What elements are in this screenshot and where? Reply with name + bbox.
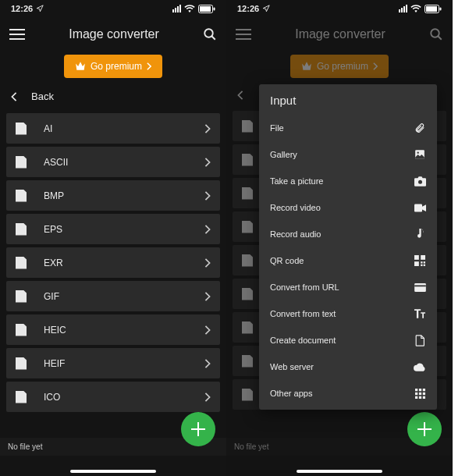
svg-rect-6 (426, 6, 437, 12)
svg-point-8 (431, 29, 439, 37)
camera-icon (414, 175, 426, 187)
search-button[interactable] (203, 27, 217, 41)
go-premium-button[interactable]: Go premium (290, 55, 389, 78)
document-icon (16, 156, 27, 169)
svg-point-11 (417, 152, 419, 154)
format-item-heif[interactable]: HEIF (6, 348, 220, 378)
input-file[interactable]: File (259, 115, 437, 141)
signal-icon (172, 5, 181, 12)
svg-rect-13 (414, 204, 422, 211)
format-item-bmp[interactable]: BMP (6, 180, 220, 211)
document-icon (242, 254, 253, 267)
document-icon (242, 288, 253, 300)
status-bar: 12:26 (226, 0, 453, 17)
premium-label: Go premium (317, 61, 368, 72)
document-icon (242, 154, 253, 166)
home-indicator (70, 470, 156, 473)
chevron-right-icon (204, 158, 211, 167)
chevron-right-icon (204, 225, 211, 234)
svg-rect-16 (414, 261, 419, 266)
status-time: 12:26 (237, 4, 259, 13)
svg-rect-22 (414, 285, 426, 286)
menu-button[interactable] (9, 29, 25, 40)
document-icon (242, 321, 253, 334)
chevron-right-icon (204, 325, 211, 335)
add-fab[interactable] (407, 412, 442, 446)
format-list: AI ASCII BMP EPS EXR GIF HEIC HEIF ICO (0, 113, 226, 412)
menu-button[interactable] (236, 29, 251, 40)
svg-rect-25 (422, 389, 424, 391)
svg-rect-30 (418, 396, 421, 398)
phone-right: 12:26 Image converter Go premium AI A (226, 0, 453, 476)
music-note-icon (414, 228, 426, 240)
svg-rect-26 (415, 392, 417, 394)
format-item-heic[interactable]: HEIC (6, 314, 220, 345)
go-premium-button[interactable]: Go premium (64, 55, 162, 78)
input-convert-text[interactable]: Convert from text (259, 300, 437, 327)
document-icon (16, 391, 27, 403)
qr-icon (414, 254, 426, 267)
input-record-video[interactable]: Record video (259, 194, 437, 221)
document-icon (242, 221, 253, 233)
input-convert-url[interactable]: Convert from URL (259, 274, 437, 300)
svg-rect-14 (414, 255, 419, 260)
document-icon (16, 290, 27, 303)
svg-rect-29 (415, 396, 417, 398)
document-icon (16, 257, 27, 269)
app-header: Image converter (0, 17, 226, 52)
svg-rect-1 (200, 6, 211, 12)
add-fab[interactable] (181, 412, 215, 446)
apps-grid-icon (414, 387, 426, 400)
chevron-right-icon (204, 359, 211, 368)
format-item-exr[interactable]: EXR (6, 247, 220, 278)
svg-line-9 (438, 36, 442, 40)
home-indicator (297, 470, 382, 473)
premium-label: Go premium (91, 61, 142, 72)
format-item-gif[interactable]: GIF (6, 281, 220, 311)
svg-point-12 (418, 179, 422, 183)
svg-point-3 (204, 29, 213, 37)
wifi-icon (184, 5, 195, 12)
format-item-eps[interactable]: EPS (6, 214, 220, 244)
url-card-icon (414, 281, 426, 293)
svg-rect-17 (421, 261, 422, 263)
sheet-title: Input (259, 94, 437, 115)
app-header: Image converter (226, 17, 453, 52)
document-icon (242, 120, 253, 133)
chevron-right-icon (204, 393, 211, 402)
svg-rect-7 (440, 7, 442, 10)
input-qr-code[interactable]: QR code (259, 247, 437, 274)
svg-rect-31 (422, 396, 424, 398)
app-title: Image converter (25, 27, 203, 41)
input-record-audio[interactable]: Record audio (259, 221, 437, 247)
svg-rect-15 (421, 255, 425, 260)
format-item-ico[interactable]: ICO (6, 382, 220, 412)
chevron-left-icon (11, 92, 17, 101)
format-item-ascii[interactable]: ASCII (6, 147, 220, 177)
input-create-document[interactable]: Create document (259, 327, 437, 353)
document-icon (242, 389, 253, 401)
chevron-right-icon (204, 191, 211, 201)
input-other-apps[interactable]: Other apps (259, 380, 437, 407)
svg-rect-19 (421, 265, 422, 266)
crown-icon (75, 62, 86, 71)
input-web-server[interactable]: Web server (259, 353, 437, 380)
status-time: 12:26 (11, 4, 33, 13)
input-gallery[interactable]: Gallery (259, 141, 437, 168)
svg-rect-28 (422, 392, 424, 394)
chevron-right-icon (373, 62, 378, 70)
chevron-right-icon (204, 292, 211, 301)
input-sheet: Input File Gallery Take a picture Record… (259, 84, 437, 410)
back-button[interactable]: Back (0, 86, 226, 113)
svg-rect-24 (418, 389, 421, 391)
search-button[interactable] (429, 27, 443, 41)
chevron-right-icon (204, 258, 211, 268)
document-icon (16, 357, 27, 370)
svg-rect-18 (424, 261, 425, 263)
format-item-ai[interactable]: AI (6, 113, 220, 144)
crown-icon (301, 62, 312, 71)
chevron-right-icon (204, 124, 211, 133)
text-icon (414, 307, 426, 320)
phone-left: 12:26 Image converter Go premium Back AI… (0, 0, 226, 476)
input-take-picture[interactable]: Take a picture (259, 168, 437, 194)
